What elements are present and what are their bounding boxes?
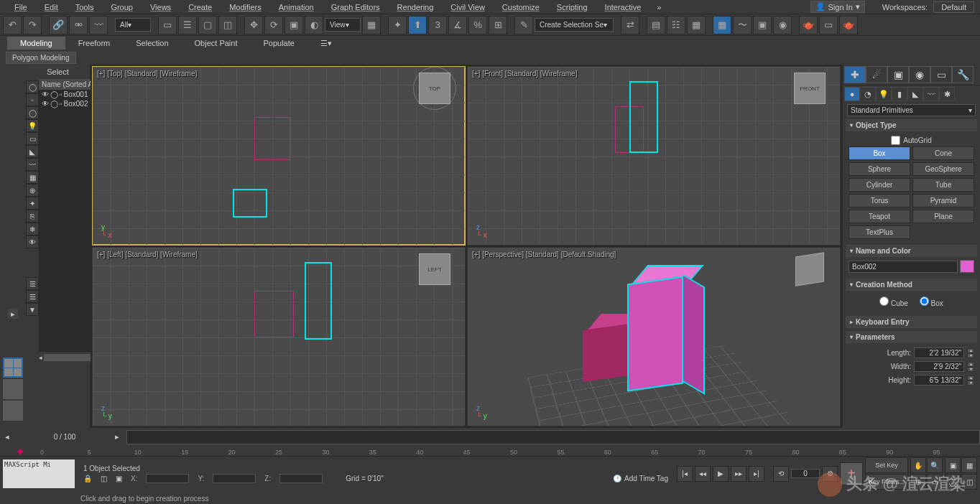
keyboard-shortcut-button[interactable]: ⬆ <box>408 16 427 34</box>
layers-button[interactable]: ☷ <box>667 16 685 34</box>
y-input[interactable] <box>213 474 256 483</box>
render-frame-button[interactable]: ▭ <box>819 16 838 34</box>
rect-select-button[interactable]: ▢ <box>198 16 217 34</box>
menu-more-icon[interactable]: » <box>657 3 661 11</box>
isolate-icon[interactable]: ◫ <box>101 475 107 482</box>
menu-file[interactable]: File <box>6 1 36 13</box>
object-color-swatch[interactable] <box>960 260 974 273</box>
undo-button[interactable]: ↶ <box>3 16 22 34</box>
goto-start-button[interactable]: |◂ <box>677 466 693 482</box>
utilities-tab-icon[interactable]: 🔧 <box>952 66 974 83</box>
viewcube[interactable]: TOP <box>419 73 450 104</box>
viewcube[interactable]: FRONT <box>794 73 826 104</box>
toggle-explorer-button[interactable]: ▦ <box>687 16 706 34</box>
material-editor-button[interactable]: ◉ <box>773 16 792 34</box>
rollout-header[interactable]: Object Type <box>846 119 977 131</box>
play-button[interactable]: ▶ <box>713 466 729 482</box>
tab-freeform[interactable]: Freeform <box>65 37 124 50</box>
menu-tools[interactable]: Tools <box>67 1 103 13</box>
rotate-button[interactable]: ⟳ <box>264 16 283 34</box>
timeline-track[interactable]: ◆ 05101520253035404550556065707580859095… <box>0 446 980 456</box>
freeze-icon[interactable]: ◯ <box>50 90 58 98</box>
menu-group[interactable]: Group <box>102 1 142 13</box>
layout-1view-button[interactable] <box>3 379 23 399</box>
display-bone-icon[interactable]: ✦ <box>26 197 39 210</box>
signin-button[interactable]: 👤 Sign In ▾ <box>810 1 865 13</box>
display-shapes-icon[interactable]: ◯ <box>26 106 39 119</box>
display-cameras-icon[interactable]: ▭ <box>26 132 39 145</box>
rollout-header[interactable]: Keyboard Entry <box>846 316 977 328</box>
shapes-icon[interactable]: ◔ <box>860 87 876 101</box>
current-frame-input[interactable] <box>791 469 820 478</box>
scene-item-box002[interactable]: 👁◯ ▫Box002 <box>39 99 96 108</box>
object-name-input[interactable] <box>849 261 958 273</box>
cylinder-button[interactable]: Cylinder <box>849 178 910 192</box>
viewcube[interactable]: LEFT <box>419 253 450 285</box>
selection-lock-icon[interactable]: ▣ <box>116 475 122 482</box>
tab-modeling[interactable]: Modeling <box>7 37 65 50</box>
display-container-icon[interactable]: ⎘ <box>26 210 39 223</box>
geometry-icon[interactable]: ● <box>844 87 860 101</box>
window-crossing-button[interactable]: ◫ <box>218 16 237 34</box>
textplus-button[interactable]: TextPlus <box>849 225 910 239</box>
visibility-icon[interactable]: 👁 <box>42 100 49 108</box>
polygon-modeling-button[interactable]: Polygon Modeling <box>6 52 76 64</box>
display-frozen-icon[interactable]: ❄ <box>26 223 39 235</box>
list-filter-icon[interactable]: ▼ <box>26 303 39 316</box>
display-tab-icon[interactable]: ▭ <box>930 66 952 83</box>
helpers-icon[interactable]: ◣ <box>907 87 923 101</box>
unlink-button[interactable]: ⚮ <box>69 16 88 34</box>
create-tab-icon[interactable]: ✚ <box>844 66 866 83</box>
rollout-header[interactable]: Parameters <box>846 331 977 343</box>
add-time-tag[interactable]: 🕐 Add Time Tag <box>613 475 668 482</box>
lights-icon[interactable]: 💡 <box>876 87 892 101</box>
spacewarps-icon[interactable]: 〰 <box>923 87 939 101</box>
tab-more-icon[interactable]: ☰▾ <box>308 37 345 50</box>
workspaces-dropdown[interactable]: Default <box>933 1 974 13</box>
viewport-left[interactable]: [+] [Left] [Standard] [Wireframe] LEFT z… <box>92 247 466 426</box>
display-all-icon[interactable]: ◯ <box>26 80 39 93</box>
zoom-view-button[interactable]: 🔍 <box>927 457 943 473</box>
viewport-perspective[interactable]: [+] [Perspective] [Standard] [Default Sh… <box>467 247 841 426</box>
placement-button[interactable]: ◐ <box>305 16 323 34</box>
display-hidden-icon[interactable]: 👁 <box>26 235 39 248</box>
display-groups-icon[interactable]: ▦ <box>26 171 39 184</box>
category-dropdown[interactable]: Standard Primitives ▾ <box>847 104 976 116</box>
scene-scrollbar[interactable]: ◂▸ <box>39 352 96 363</box>
viewport-label[interactable]: [+] [Perspective] [Standard] [Default Sh… <box>472 251 616 258</box>
height-spinner[interactable]: ▴▾ <box>967 375 974 386</box>
box-radio[interactable]: Box <box>920 297 943 307</box>
viewport-top[interactable]: [+] [Top] [Standard] [Wireframe] TOP y└ … <box>92 66 466 246</box>
redo-button[interactable]: ↷ <box>23 16 42 34</box>
x-input[interactable] <box>146 474 189 483</box>
link-button[interactable]: 🔗 <box>49 16 68 34</box>
tube-button[interactable]: Tube <box>912 178 974 192</box>
length-input[interactable] <box>914 347 964 358</box>
plane-button[interactable]: Plane <box>912 210 974 223</box>
selection-filter-dropdown[interactable]: All ▾ <box>115 18 151 32</box>
tab-populate[interactable]: Populate <box>250 37 307 50</box>
list-sort-icon[interactable]: ☰ <box>26 290 39 303</box>
move-button[interactable]: ✥ <box>244 16 263 34</box>
expand-toggle-icon[interactable]: ▸ <box>8 309 18 319</box>
spinner-snap-button[interactable]: ⊞ <box>489 16 507 34</box>
goto-end-button[interactable]: ▸| <box>749 466 764 482</box>
select-object-button[interactable]: ▭ <box>158 16 177 34</box>
systems-icon[interactable]: ✱ <box>939 87 955 101</box>
render-button[interactable]: 🫖 <box>839 16 858 34</box>
edit-selection-button[interactable]: ✎ <box>514 16 533 34</box>
ref-coord-dropdown[interactable]: View ▾ <box>325 18 361 32</box>
tab-selection[interactable]: Selection <box>123 37 181 50</box>
display-lights-icon[interactable]: 💡 <box>26 119 39 132</box>
zoom-extents-button[interactable]: ▣ <box>945 457 961 473</box>
menu-interactive[interactable]: Interactive <box>596 1 650 13</box>
mirror-button[interactable]: ⇄ <box>621 16 639 34</box>
pivot-button[interactable]: ▦ <box>362 16 381 34</box>
pan-view-button[interactable]: ✋ <box>910 457 926 473</box>
list-view-icon[interactable]: ☰ <box>26 277 39 290</box>
geosphere-button[interactable]: GeoSphere <box>912 162 974 176</box>
scale-button[interactable]: ▣ <box>285 16 303 34</box>
autogrid-checkbox[interactable]: AutoGrid <box>849 134 974 146</box>
length-spinner[interactable]: ▴▾ <box>967 348 974 358</box>
viewport-label[interactable]: [+] [Left] [Standard] [Wireframe] <box>97 251 198 258</box>
